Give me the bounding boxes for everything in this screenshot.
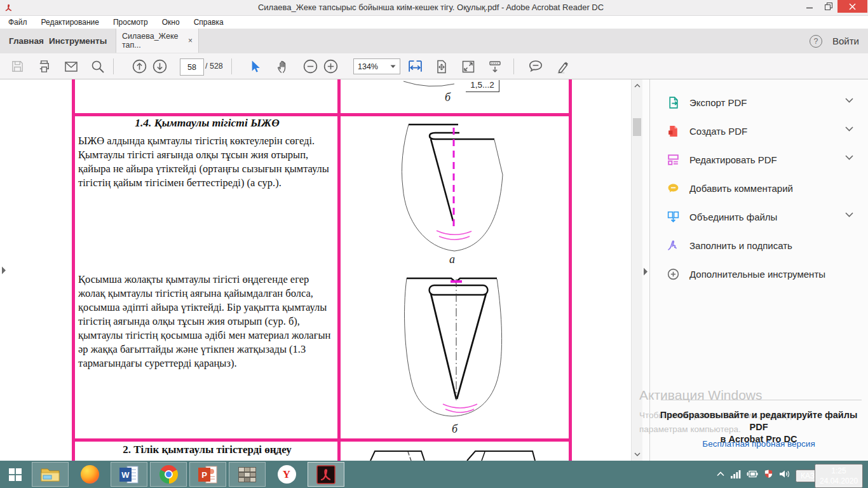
sidebar-item-label: Объединить файлы (689, 212, 777, 222)
hidden-icons-button[interactable] (717, 471, 724, 477)
sidebar-item-fill-sign[interactable]: Заполнить и подписать (650, 231, 868, 259)
presentation-mode-button[interactable] (485, 57, 505, 76)
taskbar-chrome[interactable] (150, 462, 187, 487)
scroll-down-button[interactable] (632, 449, 642, 459)
tab-tools[interactable]: Инструменты (49, 29, 107, 53)
figure-label: б (445, 91, 451, 104)
page-number-input[interactable] (180, 58, 204, 76)
print-button[interactable] (34, 57, 53, 76)
battery-tray-icon[interactable] (747, 470, 758, 478)
chevron-down-icon[interactable] (845, 212, 853, 217)
scrollbar-thumb[interactable] (633, 118, 641, 136)
volume-tray-icon[interactable] (779, 470, 790, 478)
signin-button[interactable]: Войти (832, 36, 859, 46)
nav-pane-toggle-arrow[interactable] (1, 266, 6, 274)
more-tools-icon (667, 268, 680, 281)
taskbar-file-explorer[interactable] (32, 462, 69, 487)
fit-width-button[interactable] (405, 57, 424, 76)
fullscreen-button[interactable] (459, 57, 478, 76)
zoom-in-button[interactable] (321, 57, 340, 76)
menu-help[interactable]: Справка (187, 18, 231, 27)
taskbar-powerpoint[interactable]: P (189, 462, 226, 487)
window-title: Силаева_Жеке тапсырыс бойынша киім-кешек… (76, 3, 785, 12)
pdf-section-heading: 1.4. Қымтаулы тігісті ЫЖӨ (76, 116, 338, 130)
fit-width-icon (407, 58, 423, 74)
battery-icon (747, 470, 758, 478)
chrome-icon (159, 465, 178, 484)
page-arrows-icon (434, 59, 449, 74)
highlight-button[interactable] (553, 57, 572, 76)
tab-home[interactable]: Главная (9, 29, 44, 53)
taskbar-clock[interactable]: 1:25 24.04.2020 (815, 464, 863, 488)
speaker-icon (779, 470, 790, 478)
acrobat-app-icon (4, 3, 14, 12)
firefox-icon (81, 465, 99, 484)
sidebar-item-add-comment[interactable]: Добавить комментарий (650, 174, 868, 202)
sidebar-item-combine-files[interactable]: Объединить файлы (650, 203, 868, 231)
close-button[interactable] (837, 0, 867, 13)
hand-tool-button[interactable] (273, 57, 292, 76)
start-button[interactable] (0, 461, 31, 488)
taskbar-game-bricks[interactable] (229, 462, 266, 487)
taskbar-word[interactable]: W (111, 462, 147, 487)
tab-close-icon[interactable]: × (188, 36, 193, 45)
minus-circle-icon (302, 58, 318, 74)
windows-logo-icon (9, 468, 22, 481)
chevron-down-icon[interactable] (845, 155, 853, 160)
minimize-button[interactable] (801, 0, 819, 13)
table-border-right (569, 79, 572, 461)
zoom-level-dropdown[interactable]: 134% (353, 58, 400, 74)
help-icon[interactable]: ? (810, 35, 822, 48)
menu-edit[interactable]: Редактирование (34, 18, 106, 27)
sidebar-item-more-tools[interactable]: Дополнительные инструменты (650, 260, 868, 288)
search-button[interactable] (88, 57, 107, 76)
save-button[interactable] (8, 57, 27, 76)
highlighter-icon (554, 58, 571, 75)
tools-panel: Экспорт PDF Создать PDF Редактировать PD… (649, 79, 868, 461)
taskbar-acrobat-reader[interactable] (308, 462, 344, 487)
chevron-down-icon (634, 452, 641, 456)
sidebar-item-edit-pdf[interactable]: Редактировать PDF (650, 146, 868, 173)
sidebar-item-label: Редактировать PDF (689, 154, 777, 165)
antivirus-tray-icon[interactable] (764, 469, 773, 479)
network-tray-icon[interactable] (731, 470, 741, 478)
edit-pdf-icon (667, 153, 680, 166)
free-trial-link[interactable]: Бесплатная пробная версия (652, 439, 865, 449)
taskbar-yandex-browser[interactable]: Y (268, 462, 305, 487)
chevron-right-icon (643, 268, 648, 276)
pdf-next-section-heading: 2. Тілік қымтаулы тігістерді өңдеу (76, 444, 338, 456)
page-fit-button[interactable] (432, 57, 451, 76)
menu-window[interactable]: Окно (155, 18, 187, 27)
hand-icon (275, 59, 290, 74)
figure-dimension-label: 1,5...2 (466, 80, 499, 92)
taskbar-firefox[interactable] (71, 462, 108, 487)
save-icon (10, 59, 25, 74)
sidebar-item-export-pdf[interactable]: Экспорт PDF (650, 88, 868, 116)
scroll-up-button[interactable] (632, 81, 642, 91)
pdf-paragraph: Қосымша жолақты қымтаулы тігісті өңдеген… (78, 273, 336, 370)
previous-page-button[interactable] (130, 57, 149, 76)
sidebar-item-label: Заполнить и подписать (689, 240, 792, 251)
clock-date: 24.04.2020 (820, 476, 858, 486)
page-down-icon (152, 58, 168, 74)
restore-button[interactable] (819, 0, 837, 13)
menu-view[interactable]: Просмотр (106, 18, 155, 27)
sidebar-item-create-pdf[interactable]: Создать PDF (650, 117, 868, 145)
email-button[interactable] (62, 57, 81, 76)
vertical-scrollbar[interactable] (631, 79, 642, 461)
menu-file[interactable]: Файл (1, 18, 34, 27)
menu-bar: Файл Редактирование Просмотр Окно Справк… (0, 16, 868, 29)
close-icon (849, 3, 856, 10)
zoom-out-button[interactable] (301, 57, 320, 76)
tools-panel-toggle-arrow[interactable] (643, 268, 648, 276)
next-page-button[interactable] (150, 57, 169, 76)
chevron-down-icon (390, 65, 396, 69)
figure-label: а (449, 253, 455, 266)
toolbar-separator (113, 58, 114, 74)
comment-button[interactable] (526, 57, 545, 76)
tab-document[interactable]: Силаева_Жеке тап... × (116, 29, 199, 53)
chevron-down-icon[interactable] (845, 98, 853, 103)
toolbar-hide-icon (487, 59, 503, 74)
chevron-down-icon[interactable] (845, 126, 853, 132)
select-tool-button[interactable] (245, 57, 264, 76)
